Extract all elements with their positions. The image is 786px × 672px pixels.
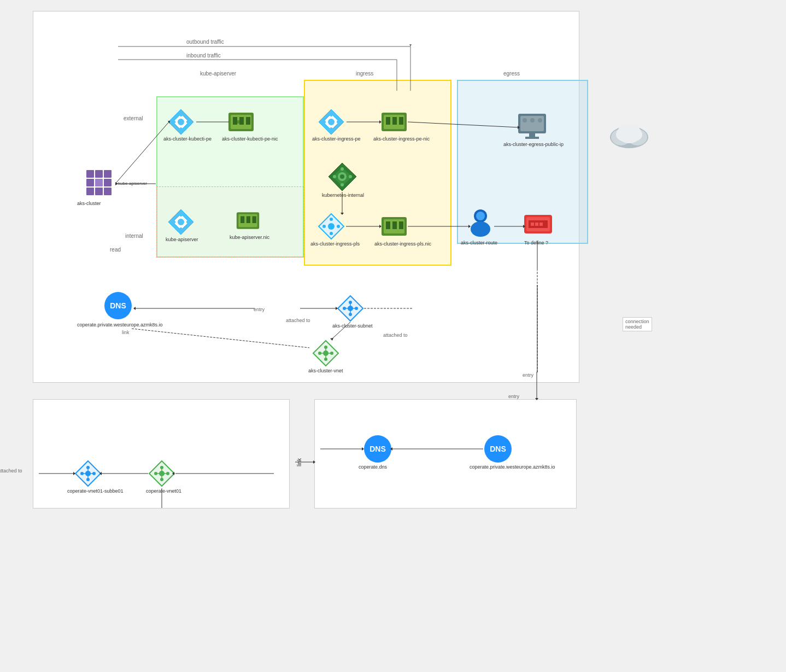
bottom-left-arrows: [33, 400, 289, 508]
aks-cluster-vnet-icon: [312, 340, 339, 368]
svg-rect-70: [529, 133, 535, 137]
bottom-attached-to-label: attached to: [0, 468, 22, 474]
kube-apiserver-label: kube-apiserver: [200, 71, 236, 77]
svg-point-68: [530, 118, 535, 122]
svg-point-102: [627, 128, 642, 141]
svg-point-58: [172, 220, 175, 224]
aks-cluster-ingress-pe-nic-icon: [380, 108, 408, 137]
kubernetes-internal-label: kubernetes-internal: [322, 192, 364, 198]
aks-cluster-kubecti-pe-label: aks-cluster-kubecti-pe: [163, 136, 212, 142]
aks-cluster-ingress-pls-nic-label: aks-cluster-ingress-pls.nic: [374, 241, 431, 247]
kube-apiserver-internal-icon: [167, 208, 195, 237]
svg-rect-63: [247, 216, 250, 223]
internal-label: internal: [125, 233, 143, 239]
svg-rect-33: [399, 117, 403, 125]
svg-rect-1: [95, 170, 103, 178]
aks-cluster-ingress-pe-nic-label: aks-cluster-ingress-pe-nic: [373, 136, 430, 142]
svg-point-67: [523, 118, 527, 122]
svg-point-56: [179, 213, 183, 217]
aks-cluster-ingress-pls-icon: [318, 213, 345, 241]
bottom-right-arrows: [315, 400, 576, 508]
bottom-right-diagram: DNS coperate.dns DNS coperate.private.we…: [314, 399, 577, 509]
svg-rect-20: [246, 117, 250, 125]
external-label: external: [124, 115, 143, 121]
svg-rect-79: [535, 223, 538, 226]
outbound-traffic-label: outbound traffic: [186, 39, 224, 45]
svg-point-14: [172, 120, 175, 124]
svg-point-37: [340, 174, 344, 179]
aks-cluster-ingress-pe-label: aks-cluster-ingress-pe: [312, 136, 361, 142]
svg-rect-64: [253, 216, 256, 223]
svg-point-13: [179, 127, 183, 131]
svg-marker-162: [390, 447, 392, 451]
svg-rect-31: [386, 117, 390, 125]
svg-rect-5: [104, 179, 112, 186]
svg-marker-155: [99, 472, 102, 475]
svg-marker-160: [362, 447, 364, 451]
main-diagram: kube-apiserver ingress egress outbound t…: [33, 11, 579, 383]
svg-point-55: [178, 219, 184, 225]
link-between-label: link: [296, 458, 302, 466]
svg-rect-3: [86, 179, 94, 186]
to-define-label: To define ?: [524, 240, 548, 246]
svg-rect-8: [104, 188, 112, 195]
dns-main-icon: DNS: [104, 292, 132, 319]
svg-point-69: [538, 118, 542, 122]
svg-rect-51: [392, 221, 397, 229]
aks-cluster-route-label: aks-cluster-route: [461, 240, 497, 246]
svg-point-59: [186, 220, 190, 224]
aks-cluster-ingress-pe-icon: [318, 108, 345, 137]
svg-rect-52: [399, 221, 403, 229]
svg-point-46: [322, 225, 326, 228]
kube-apiserver-nic-label: kube-apiserver.nic: [230, 235, 269, 240]
bottom-entry-label: entry: [508, 394, 519, 399]
cloud-icon: [607, 118, 651, 152]
svg-rect-0: [86, 170, 94, 178]
svg-rect-78: [531, 223, 534, 226]
aks-cluster-kubecti-pe-nic-label: aks-cluster-kubecti-pe-nic: [222, 136, 278, 142]
aks-cluster-ingress-pls-nic-icon: [380, 213, 408, 241]
egress-label: egress: [503, 71, 520, 77]
dns-main-label: coperate.private.westeurope.azmk8s.io: [77, 322, 163, 328]
aks-cluster-icon: [85, 169, 115, 200]
svg-point-40: [333, 175, 336, 178]
svg-rect-6: [86, 188, 94, 195]
svg-point-25: [330, 113, 333, 116]
kubernetes-internal-icon: [327, 162, 357, 193]
kube-apiserver-nic-icon: [236, 208, 260, 234]
svg-point-11: [178, 119, 184, 125]
svg-point-24: [328, 119, 335, 125]
svg-point-26: [330, 127, 333, 131]
kube-apiserver-node-label: kube-apiserver: [118, 181, 147, 186]
svg-point-73: [471, 221, 490, 237]
bottom-left-diagram: attached to coperate-vnet01-subbe01: [33, 399, 290, 509]
svg-marker-157: [172, 472, 174, 475]
svg-point-57: [179, 227, 183, 231]
svg-point-28: [337, 120, 340, 124]
svg-rect-7: [95, 188, 103, 195]
svg-point-47: [337, 225, 340, 228]
svg-rect-18: [233, 117, 237, 125]
svg-marker-124: [133, 307, 136, 310]
svg-rect-62: [241, 216, 244, 223]
svg-point-12: [179, 113, 183, 116]
aks-cluster-egress-public-ip-icon: [517, 113, 547, 141]
connection-needed-label: connection needed: [623, 317, 652, 331]
svg-point-27: [322, 120, 326, 124]
svg-rect-71: [525, 137, 539, 139]
svg-rect-19: [239, 117, 244, 125]
svg-rect-50: [386, 221, 390, 229]
aks-cluster-ingress-pls-label: aks-cluster-ingress-pls: [310, 241, 360, 247]
aks-cluster-route-icon: [467, 208, 494, 239]
svg-marker-105: [409, 44, 412, 46]
svg-point-44: [330, 218, 333, 221]
aks-cluster-label: aks-cluster: [77, 201, 101, 206]
svg-point-15: [186, 120, 190, 124]
svg-line-130: [132, 329, 309, 348]
svg-point-38: [341, 167, 344, 171]
svg-point-74: [476, 212, 485, 220]
aks-cluster-egress-public-ip-label: aks-cluster-egress-public-ip: [503, 142, 564, 147]
svg-point-39: [341, 183, 344, 186]
svg-rect-80: [539, 223, 543, 226]
entry-bottom-label: entry: [523, 372, 533, 378]
